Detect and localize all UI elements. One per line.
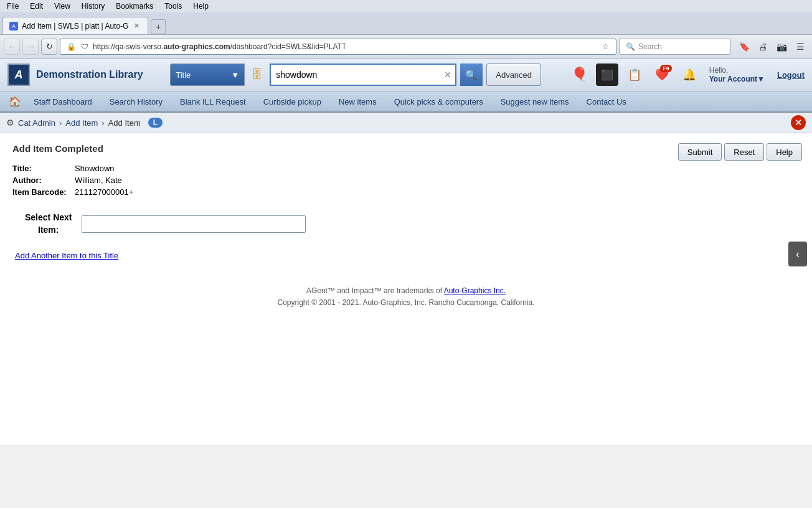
list-icon[interactable]: 📋 — [623, 64, 646, 86]
search-type-select[interactable]: Title ▼ — [170, 64, 245, 86]
help-button[interactable]: Help — [767, 143, 802, 161]
footer-link[interactable]: Auto-Graphics Inc. — [444, 286, 506, 295]
nav-item-new-items[interactable]: New items — [330, 93, 385, 110]
search-addr-icon: 🔍 — [625, 41, 636, 52]
title-label: Title: — [12, 164, 75, 173]
barcode-value: 211127000001+ — [75, 187, 133, 197]
info-icon: 🛡 — [79, 41, 90, 52]
reset-button[interactable]: Reset — [724, 143, 764, 161]
nav-item-quick-picks-&-computers[interactable]: Quick picks & computers — [385, 93, 492, 110]
account-section: Hello, Your Account▼ — [709, 66, 765, 83]
menu-icon[interactable]: ☰ — [792, 39, 808, 55]
add-another-link[interactable]: Add Another Item to this Title — [15, 251, 118, 260]
browser-toolbar-icons: 🔖 🖨 📷 ☰ — [736, 39, 808, 55]
title-value: Showdown — [75, 164, 115, 173]
bookmark-star-icon[interactable]: ☆ — [600, 41, 611, 52]
breadcrumb-close-button[interactable]: ✕ — [791, 115, 806, 130]
back-button[interactable]: ← — [4, 39, 20, 55]
breadcrumb-badge: L — [148, 118, 163, 128]
nav-item-suggest-new-items[interactable]: Suggest new items — [492, 93, 578, 110]
hello-text: Hello, — [709, 66, 765, 75]
url-bar[interactable]: 🔒 🛡 https://qa-swls-verso.auto-graphics.… — [60, 39, 616, 55]
barcode-row: Item Barcode: 211127000001+ — [12, 187, 800, 197]
logout-button[interactable]: Logout — [777, 70, 805, 80]
search-clear-button[interactable]: ✕ — [440, 70, 455, 80]
notifications-icon[interactable]: 🔔 — [678, 64, 701, 86]
breadcrumb-cat-admin[interactable]: Cat Admin — [18, 118, 55, 128]
footer: AGent™ and Impact™ are trademarks of Aut… — [12, 285, 800, 309]
nav-item-blank-ill-request[interactable]: Blank ILL Request — [171, 93, 255, 110]
nav-item-staff-dashboard[interactable]: Staff Dashboard — [25, 93, 101, 110]
tab-close-button[interactable]: ✕ — [132, 21, 141, 31]
breadcrumb-icon: ⚙ — [6, 118, 14, 128]
browser-tabs: A Add Item | SWLS | platt | Auto-G ✕ + — [0, 12, 812, 35]
account-name[interactable]: Your Account▼ — [709, 75, 765, 83]
app-header: A Demonstration Library Title ▼ 🗄 ✕ 🔍 Ad… — [0, 59, 812, 92]
nav-item-search-history[interactable]: Search History — [101, 93, 171, 110]
action-buttons: Submit Reset Help — [678, 143, 802, 161]
select-next-label: Select Next Item: — [25, 212, 72, 236]
select-next-input[interactable] — [82, 215, 306, 233]
tab-favicon: A — [9, 22, 18, 31]
footer-line2: Copyright © 2001 - 2021. Auto-Graphics, … — [12, 297, 800, 309]
menu-item-view[interactable]: View — [52, 1, 72, 11]
database-icon: 🗄 — [248, 66, 266, 83]
library-name: Demonstration Library — [36, 69, 143, 80]
back-arrow-button[interactable]: ‹ — [788, 242, 807, 266]
app-logo: A — [7, 64, 30, 86]
favorites-badge: F9 — [660, 65, 672, 72]
breadcrumb-add-item-2: Add Item — [108, 118, 141, 128]
forward-button[interactable]: → — [22, 39, 39, 55]
nav-bar: 🏠 Staff DashboardSearch HistoryBlank ILL… — [0, 92, 812, 113]
title-row: Title: Showdown — [12, 164, 800, 173]
favorites-icon[interactable]: ❤️ F9 — [651, 64, 673, 86]
pocket-icon[interactable]: 🔖 — [736, 39, 752, 55]
submit-button[interactable]: Submit — [678, 143, 722, 161]
author-label: Author: — [12, 176, 75, 185]
main-content: Add Item Completed Submit Reset Help Tit… — [0, 133, 812, 444]
security-icon: 🔒 — [65, 41, 77, 52]
browser-search-bar[interactable]: 🔍 Search — [619, 39, 731, 55]
nav-item-contact-us[interactable]: Contact Us — [578, 93, 635, 110]
footer-line1: AGent™ and Impact™ are trademarks of Aut… — [12, 285, 800, 297]
browser-menu: const d = JSON.parse(document.getElement… — [0, 0, 812, 12]
reload-button[interactable]: ↻ — [41, 39, 57, 55]
search-go-button[interactable]: 🔍 — [460, 64, 483, 86]
header-tools: 🎈 ⬛ 📋 ❤️ F9 🔔 Hello, Your Account▼ Logou… — [569, 64, 805, 86]
item-details: Title: Showdown Author: William, Kate It… — [12, 164, 800, 197]
nav-item-curbside-pickup[interactable]: Curbside pickup — [255, 93, 330, 110]
author-value: William, Kate — [75, 176, 122, 185]
add-another-container: Add Another Item to this Title — [12, 251, 800, 260]
search-input-wrap: ✕ — [270, 64, 456, 86]
search-section: Title ▼ 🗄 ✕ 🔍 Advanced — [156, 64, 556, 86]
breadcrumb-bar: ⚙ Cat Admin › Add Item › Add Item L ✕ — [0, 113, 812, 133]
search-input[interactable] — [271, 67, 440, 82]
advanced-button[interactable]: Advanced — [486, 64, 541, 86]
browser-addressbar: ← → ↻ 🔒 🛡 https://qa-swls-verso.auto-gra… — [0, 35, 812, 59]
browser-tab-active[interactable]: A Add Item | SWLS | platt | Auto-G ✕ — [2, 17, 148, 34]
menu-item-file[interactable]: File — [5, 1, 21, 11]
nav-home-button[interactable]: 🏠 — [5, 92, 25, 111]
barcode-label: Item Barcode: — [12, 187, 75, 197]
browser-search-text: Search — [638, 42, 662, 51]
nav-items: Staff DashboardSearch HistoryBlank ILL R… — [25, 97, 635, 106]
menu-item-edit[interactable]: Edit — [28, 1, 45, 11]
menu-item-help[interactable]: Help — [191, 1, 210, 11]
breadcrumb-add-item-1[interactable]: Add Item — [65, 118, 98, 128]
scan-icon[interactable]: ⬛ — [596, 64, 618, 86]
extension-icon[interactable]: 📷 — [773, 39, 790, 55]
menu-item-history[interactable]: History — [80, 1, 106, 11]
select-next-section: Select Next Item: — [12, 212, 800, 236]
menu-item-bookmarks[interactable]: Bookmarks — [114, 1, 155, 11]
print-icon[interactable]: 🖨 — [755, 39, 771, 55]
balloon-icon[interactable]: 🎈 — [569, 64, 591, 86]
tab-title: Add Item | SWLS | platt | Auto-G — [22, 22, 128, 31]
menu-item-tools[interactable]: Tools — [163, 1, 184, 11]
author-row: Author: William, Kate — [12, 176, 800, 185]
url-text: https://qa-swls-verso.auto-graphics.com/… — [93, 42, 597, 51]
new-tab-button[interactable]: + — [151, 19, 166, 34]
